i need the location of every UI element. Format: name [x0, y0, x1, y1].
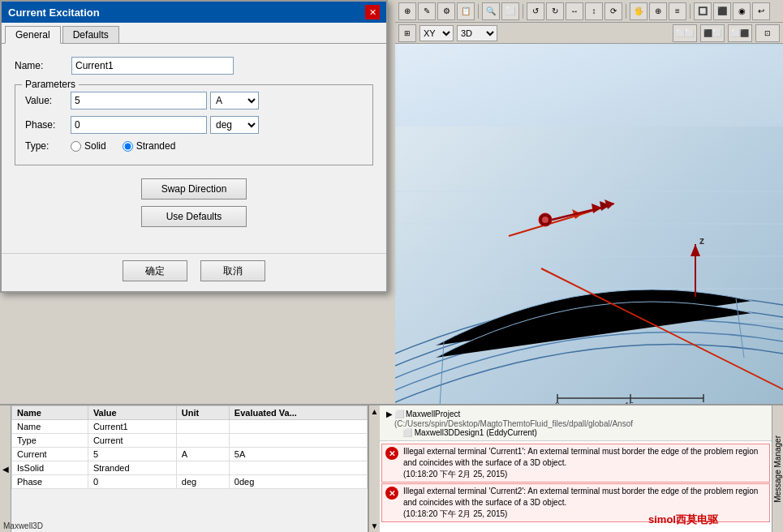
table-cell: Name — [12, 420, 88, 434]
col-header-eval: Evaluated Va... — [229, 406, 367, 420]
toolbar-btn-17[interactable]: ◉ — [733, 2, 751, 20]
cad-toolbar-2: ⊞ XY YZ XZ 3D Top Front Side ⬜⬜ ⬛⬜ ⬜⬛ ⊡ — [395, 23, 783, 44]
toolbar-sep-2 — [523, 4, 523, 19]
use-defaults-row: Use Defaults — [15, 206, 373, 227]
toolbar-btn-16[interactable]: ⬛ — [713, 2, 731, 20]
table-cell — [229, 420, 367, 434]
table-row: Current5A5A — [12, 448, 368, 461]
table-cell — [176, 434, 229, 448]
toolbar-btn-2[interactable]: ✎ — [418, 2, 436, 20]
toolbar-btn-10[interactable]: ↕ — [585, 2, 603, 20]
toolbar-btn-18[interactable]: ↩ — [752, 2, 770, 20]
message-manager-label: Message Manager — [773, 435, 782, 503]
stranded-radio-label[interactable]: Stranded — [123, 140, 176, 152]
solid-radio-label[interactable]: Solid — [71, 140, 106, 152]
view-btn-3[interactable]: ⬜⬛ — [728, 24, 752, 42]
tree-expand-icon: ▶ — [386, 410, 393, 418]
toolbar-btn-15[interactable]: 🔲 — [694, 2, 712, 20]
toolbar-btn-8[interactable]: ↻ — [546, 2, 564, 20]
table-cell — [229, 434, 367, 448]
view-select[interactable]: 3D Top Front Side — [457, 25, 497, 41]
phase-row: Phase: deg rad — [25, 116, 363, 134]
view-btn-2[interactable]: ⬛⬜ — [700, 24, 725, 42]
type-radio-group: Solid Stranded — [71, 140, 175, 152]
left-toggle[interactable]: ◀ — [0, 405, 11, 532]
toolbar-btn-13[interactable]: ⊕ — [649, 2, 667, 20]
message-error-icon: ✕ — [385, 447, 398, 460]
table-cell: Stranded — [88, 461, 176, 475]
tree-design: ⬜ Maxwell3DDesign1 (EddyCurrent) — [383, 428, 768, 437]
solid-radio[interactable] — [71, 141, 81, 152]
table-cell: Current — [12, 448, 88, 461]
view-btn-1[interactable]: ⬜⬜ — [673, 24, 697, 42]
snap-icon[interactable]: ⊞ — [398, 24, 416, 42]
value-row: Value: A mA kA — [25, 92, 363, 109]
parameters-group: Parameters Value: A mA kA Phase: deg rad — [15, 84, 373, 165]
project-icon: ⬜ — [394, 410, 404, 418]
message-manager-side[interactable]: Message Manager — [772, 405, 783, 532]
toolbar-btn-6[interactable]: ⬜ — [501, 2, 519, 20]
cancel-button[interactable]: 取消 — [200, 260, 265, 281]
table-cell: Type — [12, 434, 88, 448]
col-header-unit: Unit — [176, 406, 229, 420]
table-cell: Current — [88, 434, 176, 448]
toolbar-btn-14[interactable]: ≡ — [669, 2, 686, 20]
toolbar-btn-11[interactable]: ⟳ — [604, 2, 622, 20]
table-cell — [176, 461, 229, 475]
table-cell — [176, 420, 229, 434]
view-btn-4[interactable]: ⊡ — [755, 24, 780, 42]
toolbar-sep-4 — [690, 4, 691, 19]
value-input[interactable] — [71, 92, 207, 109]
current-excitation-dialog: Current Excitation ✕ General Defaults Na… — [0, 0, 388, 293]
swap-direction-row: Swap Direction — [15, 178, 373, 200]
dialog-content: Name: Parameters Value: A mA kA Phase: — [2, 44, 386, 253]
table-cell: Current1 — [88, 420, 176, 434]
name-input[interactable] — [71, 57, 234, 75]
table-cell: 5A — [229, 448, 367, 461]
message-item: ✕Illegal external terminal 'Current1': A… — [381, 444, 770, 483]
table-row: TypeCurrent — [12, 434, 368, 448]
tab-defaults[interactable]: Defaults — [62, 26, 119, 43]
properties-table: Name Value Unit Evaluated Va... NameCurr… — [11, 405, 368, 489]
toolbar-btn-1[interactable]: ⊕ — [398, 2, 416, 20]
close-button[interactable]: ✕ — [365, 5, 380, 19]
table-cell: 0 — [88, 475, 176, 489]
svg-text:z: z — [699, 235, 704, 247]
toolbar-sep-3 — [626, 4, 626, 19]
toolbar-btn-7[interactable]: ↺ — [527, 2, 544, 20]
phase-input[interactable] — [71, 116, 207, 134]
stranded-label: Stranded — [136, 140, 176, 152]
table-cell: deg — [176, 475, 229, 489]
ok-button[interactable]: 确定 — [123, 260, 187, 281]
scroll-down-arrow[interactable]: ▼ — [369, 520, 381, 532]
props-scrollbar[interactable]: ▲ ▼ — [368, 405, 380, 532]
toolbar-btn-9[interactable]: ↔ — [566, 2, 583, 20]
toolbar-btn-5[interactable]: 🔍 — [482, 2, 500, 20]
swap-direction-button[interactable]: Swap Direction — [141, 178, 247, 200]
tab-bar: General Defaults — [2, 23, 386, 44]
phase-label: Phase: — [25, 119, 71, 131]
scroll-up-arrow[interactable]: ▲ — [369, 405, 381, 418]
tab-general[interactable]: General — [5, 26, 61, 44]
value-label: Value: — [25, 95, 71, 106]
table-row: IsSolidStranded — [12, 461, 368, 475]
toolbar-btn-12[interactable]: 🖐 — [630, 2, 647, 20]
message-error-icon: ✕ — [385, 487, 398, 500]
col-header-value: Value — [88, 406, 176, 420]
plane-select[interactable]: XY YZ XZ — [419, 25, 454, 41]
toolbar-btn-4[interactable]: 📋 — [457, 2, 475, 20]
ok-cancel-row: 确定 取消 — [2, 253, 386, 291]
table-cell — [229, 461, 367, 475]
use-defaults-button[interactable]: Use Defaults — [141, 206, 247, 227]
value-unit-select[interactable]: A mA kA — [210, 92, 259, 109]
stranded-radio[interactable] — [123, 141, 133, 152]
maxwell-label: Maxwell3D — [11, 521, 43, 530]
svg-point-14 — [542, 217, 549, 223]
type-label: Type: — [25, 140, 71, 152]
tree-design-icon: ⬜ — [402, 428, 412, 437]
table-cell: Phase — [12, 475, 88, 489]
toolbar-btn-3[interactable]: ⚙ — [437, 2, 455, 20]
table-row: Phase0deg0deg — [12, 475, 368, 489]
table-cell: 5 — [88, 448, 176, 461]
phase-unit-select[interactable]: deg rad — [210, 116, 259, 134]
